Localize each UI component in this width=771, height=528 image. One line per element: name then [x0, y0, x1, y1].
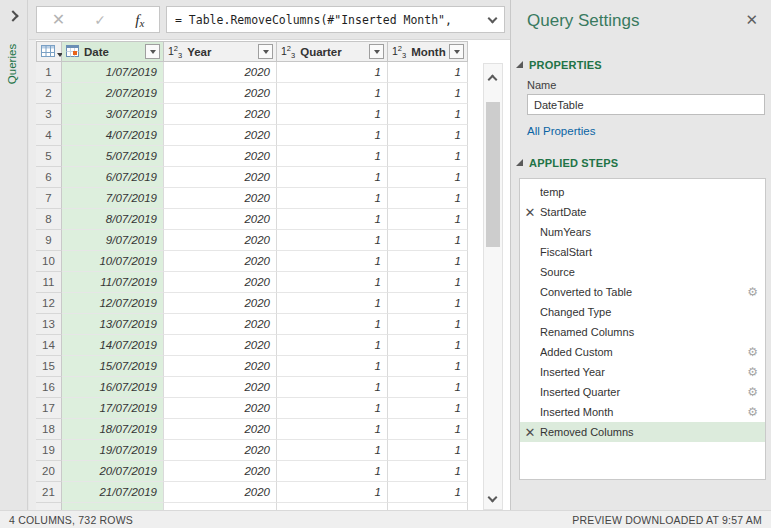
- row-number[interactable]: 18: [36, 419, 62, 440]
- step-settings-gear-icon[interactable]: ⚙: [747, 346, 765, 358]
- cell-quarter[interactable]: 1: [277, 356, 388, 377]
- row-number[interactable]: 16: [36, 377, 62, 398]
- applied-step-item[interactable]: ✕Removed Columns: [520, 422, 765, 442]
- column-filter-button[interactable]: [145, 44, 160, 59]
- cell-date[interactable]: 8/07/2019: [62, 209, 164, 230]
- cell-quarter[interactable]: 1: [277, 209, 388, 230]
- close-panel-icon[interactable]: ✕: [745, 12, 758, 27]
- row-number[interactable]: 12: [36, 293, 62, 314]
- cell-quarter[interactable]: 1: [277, 293, 388, 314]
- scroll-down-icon[interactable]: [488, 493, 498, 503]
- cell-year[interactable]: 2020: [164, 251, 277, 272]
- cell-quarter[interactable]: 1: [277, 440, 388, 461]
- confirm-formula-icon[interactable]: ✓: [94, 13, 106, 27]
- cell-quarter[interactable]: 1: [277, 398, 388, 419]
- cell-quarter[interactable]: 1: [277, 62, 388, 83]
- cell-date[interactable]: 12/07/2019: [62, 293, 164, 314]
- applied-step-item[interactable]: Renamed Columns: [520, 322, 765, 342]
- applied-step-item[interactable]: temp: [520, 182, 765, 202]
- row-number[interactable]: 11: [36, 272, 62, 293]
- row-number[interactable]: 19: [36, 440, 62, 461]
- cell-date[interactable]: 7/07/2019: [62, 188, 164, 209]
- column-header-year[interactable]: 123Year: [164, 41, 277, 62]
- column-header-month[interactable]: 123Month: [388, 41, 468, 62]
- cell-quarter[interactable]: 1: [277, 188, 388, 209]
- cell-month[interactable]: 1: [388, 272, 468, 293]
- fx-icon[interactable]: fx: [135, 11, 144, 29]
- cell-date[interactable]: 10/07/2019: [62, 251, 164, 272]
- cell-month[interactable]: 1: [388, 356, 468, 377]
- column-header-date[interactable]: Date: [62, 41, 164, 62]
- cell-year[interactable]: 2020: [164, 62, 277, 83]
- cell-year[interactable]: [164, 503, 277, 510]
- cell-month[interactable]: 1: [388, 461, 468, 482]
- cell-year[interactable]: 2020: [164, 230, 277, 251]
- cell-year[interactable]: 2020: [164, 188, 277, 209]
- cell-date[interactable]: 14/07/2019: [62, 335, 164, 356]
- cell-year[interactable]: 2020: [164, 146, 277, 167]
- row-number[interactable]: 17: [36, 398, 62, 419]
- row-number[interactable]: 7: [36, 188, 62, 209]
- cell-year[interactable]: 2020: [164, 104, 277, 125]
- applied-step-item[interactable]: ✕StartDate: [520, 202, 765, 222]
- column-filter-button[interactable]: [449, 44, 464, 59]
- cell-date[interactable]: 18/07/2019: [62, 419, 164, 440]
- cell-year[interactable]: 2020: [164, 125, 277, 146]
- row-number[interactable]: 3: [36, 104, 62, 125]
- step-settings-gear-icon[interactable]: ⚙: [747, 406, 765, 418]
- cell-quarter[interactable]: 1: [277, 314, 388, 335]
- applied-step-item[interactable]: Inserted Quarter⚙: [520, 382, 765, 402]
- row-number[interactable]: 2: [36, 83, 62, 104]
- cell-quarter[interactable]: 1: [277, 272, 388, 293]
- query-name-input[interactable]: [527, 94, 765, 115]
- cell-month[interactable]: 1: [388, 83, 468, 104]
- cell-quarter[interactable]: 1: [277, 83, 388, 104]
- cell-year[interactable]: 2020: [164, 377, 277, 398]
- cell-date[interactable]: 4/07/2019: [62, 125, 164, 146]
- row-number[interactable]: 14: [36, 335, 62, 356]
- applied-step-item[interactable]: Source: [520, 262, 765, 282]
- cell-month[interactable]: [388, 503, 468, 510]
- step-settings-gear-icon[interactable]: ⚙: [747, 366, 765, 378]
- cell-quarter[interactable]: 1: [277, 482, 388, 503]
- cell-month[interactable]: 1: [388, 398, 468, 419]
- cell-month[interactable]: 1: [388, 230, 468, 251]
- vertical-scrollbar[interactable]: [483, 63, 503, 510]
- cell-date[interactable]: 17/07/2019: [62, 398, 164, 419]
- properties-section-header[interactable]: PROPERTIES: [516, 59, 602, 71]
- select-all-table-menu[interactable]: [36, 41, 62, 62]
- row-number[interactable]: 6: [36, 167, 62, 188]
- cell-year[interactable]: 2020: [164, 440, 277, 461]
- expand-queries-pane-icon[interactable]: [7, 10, 18, 21]
- cell-month[interactable]: 1: [388, 419, 468, 440]
- cell-date[interactable]: 11/07/2019: [62, 272, 164, 293]
- cancel-formula-icon[interactable]: ✕: [52, 12, 65, 28]
- cell-year[interactable]: 2020: [164, 293, 277, 314]
- row-number[interactable]: 21: [36, 482, 62, 503]
- cell-month[interactable]: 1: [388, 335, 468, 356]
- row-number[interactable]: 8: [36, 209, 62, 230]
- cell-year[interactable]: 2020: [164, 272, 277, 293]
- cell-year[interactable]: 2020: [164, 461, 277, 482]
- cell-year[interactable]: 2020: [164, 419, 277, 440]
- cell-year[interactable]: 2020: [164, 482, 277, 503]
- cell-month[interactable]: 1: [388, 377, 468, 398]
- cell-quarter[interactable]: 1: [277, 419, 388, 440]
- cell-date[interactable]: 2/07/2019: [62, 83, 164, 104]
- cell-date[interactable]: 3/07/2019: [62, 104, 164, 125]
- row-number[interactable]: [36, 503, 62, 510]
- cell-year[interactable]: 2020: [164, 356, 277, 377]
- cell-quarter[interactable]: 1: [277, 125, 388, 146]
- row-number[interactable]: 13: [36, 314, 62, 335]
- cell-quarter[interactable]: 1: [277, 104, 388, 125]
- cell-year[interactable]: 2020: [164, 83, 277, 104]
- scroll-up-icon[interactable]: [488, 75, 498, 85]
- step-settings-gear-icon[interactable]: ⚙: [747, 286, 765, 298]
- column-header-quarter[interactable]: 123Quarter: [277, 41, 388, 62]
- cell-month[interactable]: 1: [388, 293, 468, 314]
- cell-month[interactable]: 1: [388, 167, 468, 188]
- row-number[interactable]: 20: [36, 461, 62, 482]
- applied-step-item[interactable]: NumYears: [520, 222, 765, 242]
- step-settings-gear-icon[interactable]: ⚙: [747, 386, 765, 398]
- cell-year[interactable]: 2020: [164, 209, 277, 230]
